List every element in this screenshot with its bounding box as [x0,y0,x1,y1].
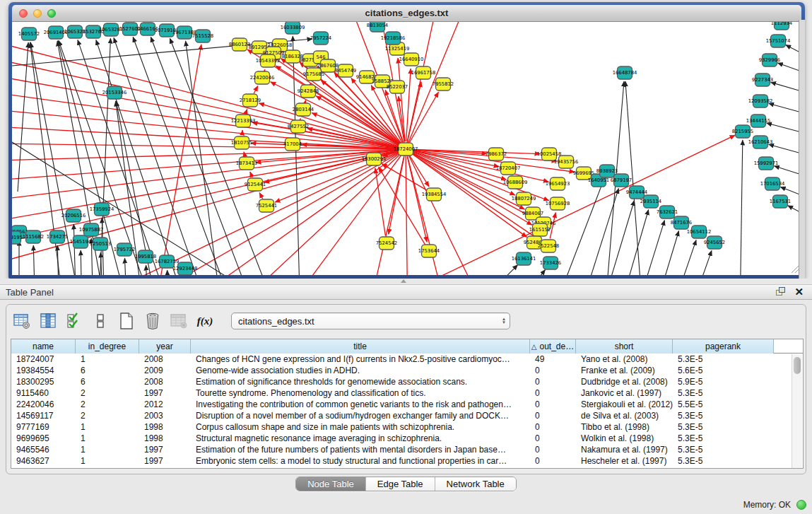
table-cell[interactable]: 19384554 [11,365,76,376]
table-cell[interactable]: 2009 [139,365,191,376]
table-cell[interactable]: 2 [76,399,139,410]
graph-node[interactable]: 9245652 [704,236,725,249]
graph-node[interactable]: 8215955 [732,125,753,138]
table-cell[interactable]: 9699695 [11,433,76,444]
table-cell[interactable]: 0 [530,410,576,421]
table-row[interactable]: 2242004622012Investigating the contribut… [11,399,803,410]
network-window-titlebar[interactable]: citations_edges.txt [12,5,801,22]
table-cell[interactable]: 5.9E-5 [673,376,774,387]
graph-node[interactable]: 13444155 [746,115,771,127]
table-cell[interactable]: 2 [76,387,139,399]
graph-node[interactable]: 7515528 [192,30,213,42]
table-cell[interactable]: Changes of HCN gene expression and I(f) … [191,354,530,365]
table-cell[interactable]: 1 [76,444,139,455]
table-cell[interactable]: Hescheler et al. (1997) [576,455,673,467]
table-cell[interactable]: 22420046 [11,399,76,410]
graph-node[interactable]: 9242848 [298,85,319,98]
close-icon[interactable]: ✕ [794,287,804,297]
table-cell[interactable]: 1998 [139,421,191,433]
table-cell[interactable]: 18724007 [11,354,76,365]
graph-node[interactable]: 10756928 [546,197,570,210]
table-cell[interactable]: Disruption of a novel member of a sodium… [191,410,530,421]
table-cell[interactable]: Corpus callosum shape and size in male p… [191,421,530,433]
table-cell[interactable]: Genome-wide association studies in ADHD. [191,365,530,376]
graph-node[interactable]: 9227343 [752,74,773,86]
graph-node[interactable]: 8427552 [288,120,309,133]
table-cell[interactable]: 0 [530,421,576,433]
graph-node[interactable]: 1995818 [135,250,156,263]
graph-node[interactable]: 1753644 [418,245,440,257]
table-cell[interactable]: Structural magnetic resonance image aver… [191,433,530,444]
graph-node[interactable]: 8860123 [229,38,250,51]
delete-icon[interactable] [143,311,163,331]
table-cell[interactable]: Investigating the contribution of common… [191,399,530,410]
graph-node[interactable]: 2522548 [538,240,559,252]
graph-node[interactable]: 19435756 [554,156,579,168]
graph-node[interactable]: 8471676 [671,216,692,229]
table-cell[interactable]: 0 [530,433,576,444]
table-cell[interactable]: 18300295 [11,376,76,387]
graph-node[interactable]: 20206516 [61,209,86,222]
graph-node[interactable]: 7957224 [310,32,331,45]
graph-node[interactable]: 16648784 [613,66,637,79]
table-row[interactable]: 1938455462009Genome-wide association stu… [11,365,803,376]
graph-node[interactable]: 8454749 [335,64,356,77]
table-row[interactable]: 1456911722003Disruption of a novel membe… [11,410,803,421]
graph-node[interactable]: 939195 [12,231,23,244]
graph-node[interactable]: 417004 [283,138,302,151]
table-cell[interactable]: 2008 [139,376,191,387]
table-cell[interactable]: Franke et al. (2009) [576,365,673,376]
table-cell[interactable]: 1998 [139,433,191,444]
table-row[interactable]: 946362711997Embryonic stem cells: a mode… [11,455,803,467]
scrollbar-thumb[interactable] [794,357,801,374]
table-cell[interactable]: Tourette syndrome. Phenomenology and cla… [191,387,530,399]
function-builder-icon[interactable]: f(x) [195,311,215,331]
tab-node-table[interactable]: Node Table [296,477,366,491]
table-cell[interactable]: Embryonic stem cells: a model to study s… [191,455,530,467]
table-cell[interactable]: Stergiakouli et al. (2012) [576,399,673,410]
table-row[interactable]: 911546021997Tourette syndrome. Phenomeno… [11,387,803,399]
graph-node[interactable]: 1115682 [23,230,44,243]
table-cell[interactable]: 5.3E-5 [673,354,774,365]
vertical-scrollbar[interactable] [792,354,802,468]
table-cell[interactable]: 1997 [139,387,191,399]
graph-node[interactable]: 8813054 [367,22,388,32]
table-cell[interactable]: 5.6E-5 [673,365,774,376]
graph-node[interactable]: 19654923 [546,177,570,190]
table-cell[interactable]: 5.3E-5 [673,433,774,444]
show-column-icon[interactable] [38,311,58,331]
horizontal-splitter[interactable] [0,279,812,284]
table-cell[interactable]: 5.3E-5 [673,387,774,399]
table-cell[interactable]: 1 [76,421,139,433]
graph-node[interactable]: 7525441 [256,199,277,212]
table-row[interactable]: 946554611997Estimation of the future num… [11,444,803,455]
table-cell[interactable]: 2003 [139,410,191,421]
graph-node[interactable]: 15992971 [754,157,779,170]
table-cell[interactable]: 2012 [139,399,191,410]
table-row[interactable]: 1872400712008Changes of HCN gene express… [11,354,803,365]
table-cell[interactable]: Estimation of the future numbers of pati… [191,444,530,455]
column-header-pagerank[interactable]: pagerank [673,339,774,354]
graph-node[interactable]: 20153346 [102,86,127,99]
table-cell[interactable]: 5.3E-5 [673,421,774,433]
table-cell[interactable]: 0 [530,387,576,399]
tab-edge-table[interactable]: Edge Table [366,477,435,491]
graph-node[interactable]: 1795722 [114,243,135,256]
graph-node[interactable]: 10654112 [687,226,712,238]
table-settings-icon[interactable] [12,311,32,331]
graph-node[interactable]: 17359924 [90,203,114,216]
graph-node[interactable]: 16210643 [748,136,773,148]
table-cell[interactable]: 9463627 [11,455,76,467]
memory-status-icon[interactable] [796,500,806,510]
table-cell[interactable]: 1997 [139,444,191,455]
graph-node[interactable]: 7955812 [433,78,454,90]
table-cell[interactable]: 9777169 [11,421,76,433]
graph-node[interactable]: 2803144 [293,103,314,116]
table-cell[interactable]: 0 [530,444,576,455]
table-cell[interactable]: 2008 [139,354,191,365]
table-cell[interactable]: 2 [76,410,139,421]
graph-node[interactable]: 1167531 [770,195,791,208]
graph-node[interactable]: 9125441 [245,178,266,191]
table-cell[interactable]: 14569117 [11,410,76,421]
table-cell[interactable]: Dudbridge et al. (2008) [576,376,673,387]
